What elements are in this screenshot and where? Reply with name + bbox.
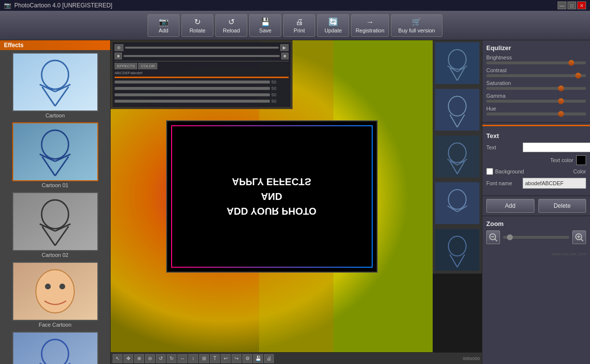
effect-thumb-cartoon03[interactable] [12, 332, 98, 364]
svg-rect-48 [435, 182, 479, 224]
print-icon: 🖨 [295, 18, 303, 27]
zoom-in-button[interactable] [572, 230, 586, 244]
mini-btn-1[interactable]: ⊕ [115, 44, 123, 51]
canvas-tool-zoom-in[interactable]: ⊕ [134, 354, 144, 363]
zoom-out-button[interactable] [486, 230, 500, 244]
effect-item-face-cartoon[interactable]: Face Cartoon [2, 262, 108, 328]
saturation-slider[interactable] [486, 87, 586, 90]
canvas-tool-crop[interactable]: ⊞ [199, 354, 209, 363]
mini-slider-eq3[interactable] [115, 93, 270, 96]
gamma-thumb[interactable] [558, 98, 564, 104]
effects-panel: Effects [0, 40, 111, 364]
mini-btn-6[interactable]: COLOR [138, 63, 157, 69]
text-field[interactable] [523, 142, 590, 152]
canvas-tool-undo[interactable]: ↩ [221, 354, 231, 363]
mini-btn-3[interactable]: ■ [115, 53, 122, 59]
canvas-tool-flip-v[interactable]: ↕ [188, 354, 198, 363]
effects-list[interactable]: Cartoon [0, 50, 110, 364]
print-button[interactable]: 🖨 Print [283, 14, 315, 37]
canvas-tool-print[interactable]: 🖨 [264, 354, 274, 363]
svg-point-21 [59, 283, 65, 289]
canvas-tool-flip-h[interactable]: ↔ [177, 354, 187, 363]
svg-rect-12 [13, 193, 97, 250]
background-label: Background [495, 168, 571, 174]
update-button[interactable]: 🔄 Update [317, 14, 349, 37]
canvas-tool-move[interactable]: ✥ [123, 354, 133, 363]
zoom-title: Zoom [486, 220, 586, 227]
mini-slider-2[interactable] [123, 55, 279, 57]
photo-placeholder: ADD YOUR PHOTO AND APPLY EFFECTS [166, 120, 378, 273]
filmstrip[interactable] [433, 40, 482, 352]
film-frame-3[interactable] [433, 134, 482, 180]
canvas-tool-redo[interactable]: ↪ [232, 354, 241, 363]
film-frame-4[interactable] [433, 180, 482, 227]
save-button[interactable]: 💾 Save [249, 14, 281, 37]
zoom-slider[interactable] [503, 236, 569, 239]
film-frame-5[interactable] [433, 227, 482, 274]
mini-slider-eq4[interactable] [115, 100, 270, 103]
add-text-button[interactable]: Add [486, 199, 534, 213]
canvas-tool-rotate-right[interactable]: ↻ [167, 354, 177, 363]
eq-brightness: Brightness [486, 55, 586, 64]
effect-thumb-cartoon02[interactable] [12, 192, 98, 251]
mini-btn-2[interactable]: ▶ [280, 44, 289, 51]
contrast-label: Contrast [486, 67, 586, 73]
background-checkbox[interactable] [486, 168, 493, 175]
contrast-thumb[interactable] [575, 73, 581, 79]
brightness-slider[interactable] [486, 61, 586, 64]
canvas-tool-filter[interactable]: ⚙ [242, 354, 252, 363]
app-title: PhotoCartoon 4.0 [UNREGISTERED] [14, 2, 112, 9]
mini-slider-1[interactable] [125, 47, 279, 49]
effect-thumb-cartoon[interactable] [12, 53, 98, 112]
titlebar-controls[interactable]: — □ ✕ [558, 1, 586, 9]
maximize-button[interactable]: □ [567, 1, 576, 9]
mini-btn-4[interactable]: ■ [281, 53, 289, 59]
film-frame-2[interactable] [433, 87, 482, 134]
minimize-button[interactable]: — [558, 1, 566, 9]
effect-thumb-cartoon01[interactable] [12, 122, 98, 181]
canvas-container[interactable]: ⊕ ▶ ■ ■ EFFECTS COLOR ABC [111, 40, 482, 352]
contrast-slider[interactable] [486, 74, 586, 77]
rotate-label: Rotate [189, 28, 205, 33]
buyfull-button[interactable]: 🛒 Buy full version [391, 14, 442, 37]
svg-point-19 [35, 270, 74, 313]
canvas-tool-text[interactable]: T [210, 354, 220, 363]
registration-button[interactable]: → Registration [351, 14, 389, 37]
delete-text-button[interactable]: Delete [538, 199, 587, 213]
hue-label: Hue [486, 106, 586, 112]
eq-saturation: Saturation [486, 80, 586, 90]
rotate-button[interactable]: ↻ Rotate [181, 14, 213, 37]
canvas-tool-zoom-out[interactable]: ⊖ [145, 354, 155, 363]
orange-separator-1 [482, 125, 590, 126]
mini-slider-eq1[interactable] [115, 81, 270, 84]
film-frame-inner-1 [435, 42, 479, 84]
canvas-tool-save[interactable]: 💾 [253, 354, 263, 363]
film-frame-1[interactable] [433, 40, 482, 87]
canvas-tool-select[interactable]: ↖ [113, 354, 122, 363]
reload-button[interactable]: ↺ Reload [215, 14, 247, 37]
text-color-swatch[interactable] [576, 155, 586, 165]
brightness-thumb[interactable] [568, 60, 574, 66]
gamma-slider[interactable] [486, 100, 586, 103]
svg-rect-38 [435, 89, 479, 131]
effect-item-cartoon01[interactable]: Cartoon 01 [2, 122, 108, 188]
effect-item-cartoon02[interactable]: Cartoon 02 [2, 192, 108, 258]
saturation-thumb[interactable] [558, 85, 564, 91]
mini-row-4: ABCDEFabcdef [115, 71, 289, 75]
close-button[interactable]: ✕ [577, 1, 586, 9]
mini-slider-eq2[interactable] [115, 87, 270, 90]
mini-text-1: ABCDEFabcdef [115, 71, 142, 75]
zoom-thumb[interactable] [507, 234, 513, 240]
add-button[interactable]: 📷 Add [148, 14, 179, 37]
canvas-tool-rotate-left[interactable]: ↺ [156, 354, 166, 363]
font-preview: abodefABCDEF [523, 178, 586, 189]
registration-icon: → [366, 18, 374, 27]
main-area: Effects [0, 40, 590, 364]
placeholder-line2: AND [227, 189, 317, 204]
effect-thumb-face-cartoon[interactable] [12, 262, 98, 321]
mini-btn-5[interactable]: EFFECTS [115, 63, 137, 69]
hue-slider[interactable] [486, 112, 586, 115]
effect-item-cartoon03[interactable]: Cartoon 03 [2, 332, 108, 364]
effect-item-cartoon[interactable]: Cartoon [2, 53, 108, 118]
hue-thumb[interactable] [558, 111, 564, 117]
